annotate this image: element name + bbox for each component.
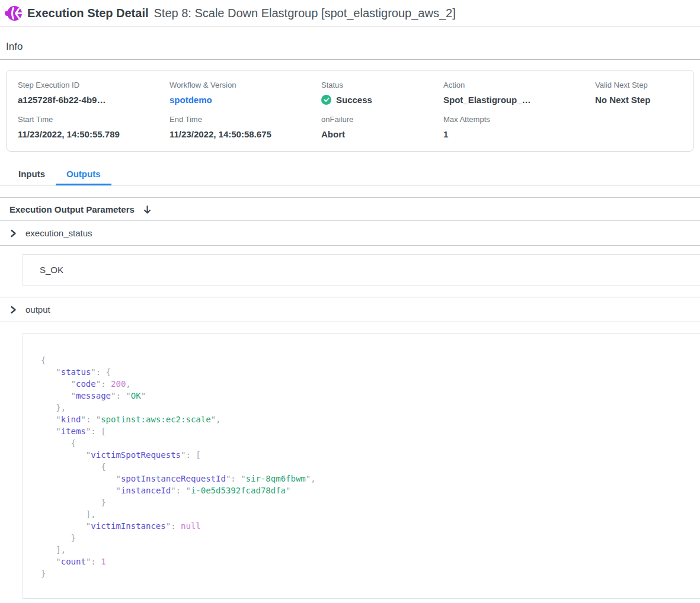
section-row-output[interactable]: output: [0, 297, 700, 322]
field-value: 11/23/2022, 14:50:58.675: [170, 129, 321, 139]
field-label: End Time: [170, 115, 321, 124]
info-field: Step Execution IDa125728f-6b22-4b9…: [18, 81, 170, 105]
field-label: Start Time: [18, 115, 170, 124]
field-label: Step Execution ID: [18, 81, 170, 89]
field-value: a125728f-6b22-4b9…: [18, 95, 170, 105]
page-title-main: Execution Step Detail: [27, 7, 149, 20]
field-label: Status: [321, 81, 443, 89]
chevron-right-icon[interactable]: [9, 306, 17, 314]
workflow-link[interactable]: spotdemo: [170, 95, 321, 105]
output-json-code: { "status": { "code": 200, "message": "O…: [41, 354, 689, 579]
success-check-icon: [321, 95, 331, 105]
field-label: Valid Next Step: [595, 81, 693, 89]
field-value: Success: [321, 95, 443, 105]
field-value: No Next Step: [595, 95, 693, 105]
execution-output-panel: Execution Output Parameters execution_st…: [0, 197, 700, 599]
info-card: Step Execution IDa125728f-6b22-4b9…Workf…: [6, 70, 694, 152]
output-parameters-title: Execution Output Parameters: [9, 204, 135, 214]
info-field: Workflow & Versionspotdemo: [170, 81, 321, 105]
app-logo-icon: [5, 5, 23, 21]
output-json-box: { "status": { "code": 200, "message": "O…: [23, 333, 700, 599]
tab-outputs[interactable]: Outputs: [56, 163, 111, 185]
info-heading: Info: [0, 27, 700, 60]
page-title: Execution Step Detail Step 8: Scale Down…: [27, 7, 456, 20]
info-field: End Time11/23/2022, 14:50:58.675: [170, 115, 321, 139]
app-bar: Execution Step Detail Step 8: Scale Down…: [0, 0, 700, 27]
field-label: onFailure: [321, 115, 443, 124]
info-grid: Step Execution IDa125728f-6b22-4b9…Workf…: [18, 81, 693, 139]
collapse-all-arrow-icon[interactable]: [143, 205, 152, 214]
section-name: execution_status: [25, 228, 92, 238]
execution-status-value: S_OK: [23, 254, 700, 286]
field-value: 11/23/2022, 14:50:55.789: [18, 129, 170, 139]
info-field: Valid Next StepNo Next Step: [595, 81, 693, 105]
field-label: Workflow & Version: [170, 81, 321, 89]
section-row-execution-status[interactable]: execution_status: [0, 221, 700, 246]
tab-inputs[interactable]: Inputs: [8, 163, 56, 185]
field-value: Spot_Elastigroup_…: [443, 95, 595, 105]
tab-bar: Inputs Outputs: [0, 163, 700, 186]
status-text: Success: [336, 95, 372, 105]
field-value: Abort: [321, 129, 443, 139]
info-field: StatusSuccess: [321, 81, 443, 105]
output-parameters-header: Execution Output Parameters: [0, 198, 700, 221]
chevron-right-icon[interactable]: [9, 229, 17, 238]
page-title-step: Step 8: Scale Down Elastgroup [spot_elas…: [154, 7, 456, 20]
field-label: Action: [443, 81, 595, 89]
info-field: Max Attempts1: [443, 115, 595, 139]
info-field: Start Time11/23/2022, 14:50:55.789: [18, 115, 170, 139]
info-field: ActionSpot_Elastigroup_…: [443, 81, 595, 105]
info-field: onFailureAbort: [321, 115, 443, 139]
field-label: Max Attempts: [443, 115, 595, 124]
field-value: 1: [443, 129, 595, 139]
section-name: output: [25, 304, 50, 315]
